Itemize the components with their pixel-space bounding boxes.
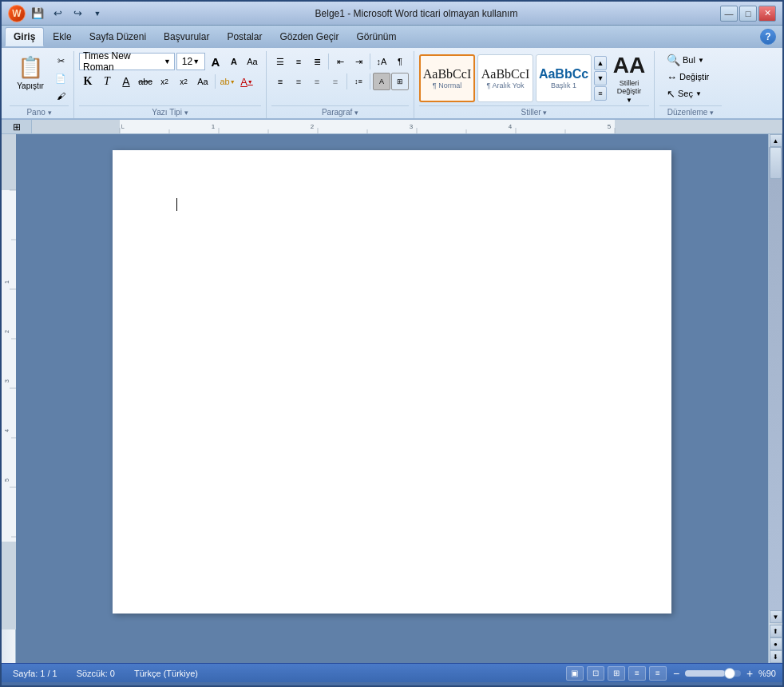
- styles-change-button[interactable]: AA StilleriDeğiştir ▼: [609, 54, 649, 102]
- highlight-button[interactable]: ab▼: [219, 73, 236, 90]
- replace-button[interactable]: ↔ Değiştir: [663, 69, 719, 84]
- styles-more-button[interactable]: ≡: [594, 86, 607, 101]
- scroll-page-down-button[interactable]: ⬇: [770, 650, 782, 663]
- decrease-indent-button[interactable]: ⇤: [331, 53, 349, 70]
- align-right-button[interactable]: ≡: [308, 73, 326, 90]
- scroll-thumb[interactable]: [770, 147, 782, 179]
- svg-text:5: 5: [608, 123, 612, 130]
- scroll-down-button[interactable]: ▼: [770, 610, 782, 623]
- web-layout-view-button[interactable]: ⊞: [608, 666, 625, 681]
- style-heading1-button[interactable]: AaBbCc Başlık 1: [536, 54, 592, 102]
- paste-label: Yapıştır: [17, 81, 44, 90]
- styles-scroll-down-button[interactable]: ▼: [594, 71, 607, 85]
- scroll-page-up-button[interactable]: ⬆: [770, 625, 782, 637]
- close-button[interactable]: ✕: [758, 6, 776, 22]
- menu-tab-gorunum[interactable]: Görünüm: [348, 27, 406, 46]
- svg-rect-20: [2, 134, 16, 190]
- style-normal-button[interactable]: AaBbCcI ¶ Normal: [419, 54, 475, 102]
- full-reading-view-button[interactable]: ⊡: [587, 666, 604, 681]
- pano-expand-icon[interactable]: ▾: [48, 109, 52, 117]
- underline-button[interactable]: A: [117, 73, 135, 90]
- menu-tab-basvurular[interactable]: Başvurular: [155, 27, 218, 46]
- align-center-button[interactable]: ≡: [290, 73, 307, 90]
- font-color-button[interactable]: A▼: [238, 73, 255, 90]
- pilcrow-button[interactable]: ¶: [391, 53, 409, 70]
- clear-format-button[interactable]: Aa: [244, 53, 261, 70]
- document-page[interactable]: [113, 150, 671, 614]
- font-size-input[interactable]: 12 ▼: [176, 53, 205, 70]
- numbered-list-button[interactable]: ≡: [290, 53, 307, 70]
- format-painter-button[interactable]: 🖌: [53, 88, 69, 104]
- text-cursor: [176, 198, 177, 211]
- font-size-dropdown-icon: ▼: [192, 58, 200, 66]
- ruler-corner[interactable]: ⊞: [2, 120, 32, 134]
- zoom-slider[interactable]: [685, 670, 741, 677]
- style-normal-text: AaBbCcI: [423, 67, 471, 81]
- border-button[interactable]: ⊞: [391, 73, 409, 90]
- language[interactable]: Türkçe (Türkiye): [129, 668, 203, 679]
- main-area: 1 2 3 4 5 ▲ ▼ ⬆ ● ⬇: [2, 134, 782, 663]
- font-name-input[interactable]: Times New Roman ▼: [79, 53, 175, 70]
- edit-expand-icon[interactable]: ▾: [710, 109, 714, 117]
- undo-button[interactable]: ↩: [49, 6, 66, 22]
- style-no-spacing-button[interactable]: AaBbCcI ¶ Aralık Yok: [477, 54, 533, 102]
- styles-expand-icon[interactable]: ▾: [543, 109, 547, 117]
- multilevel-list-button[interactable]: ≣: [308, 53, 326, 70]
- style-heading1-text: AaBbCc: [539, 67, 588, 81]
- align-left-button[interactable]: ≡: [271, 73, 289, 90]
- svg-text:5: 5: [4, 479, 10, 482]
- scroll-page-button[interactable]: ●: [770, 637, 782, 650]
- cut-button[interactable]: ✂: [53, 53, 69, 69]
- menu-tab-giris[interactable]: Giriş: [5, 27, 44, 46]
- para-row2: ≡ ≡ ≡ ≡ ↕≡ A ⊞: [271, 73, 409, 90]
- menu-tab-postalar[interactable]: Postalar: [218, 27, 271, 46]
- line-spacing-button[interactable]: ↕≡: [350, 73, 367, 90]
- word-count: Sözcük: 0: [72, 668, 120, 679]
- superscript-button[interactable]: x2: [175, 73, 192, 90]
- status-bar: Sayfa: 1 / 1 Sözcük: 0 Türkçe (Türkiye) …: [2, 663, 782, 682]
- font-expand-icon[interactable]: ▾: [184, 109, 188, 117]
- ribbon-group-font: Times New Roman ▼ 12 ▼ A A Aa K T A abc …: [74, 51, 267, 118]
- font-grow-button[interactable]: A: [207, 53, 224, 70]
- minimize-button[interactable]: —: [720, 6, 738, 22]
- menu-tab-ekle[interactable]: Ekle: [44, 27, 80, 46]
- print-layout-view-button[interactable]: ▣: [566, 666, 584, 681]
- svg-text:4: 4: [509, 123, 513, 130]
- outline-view-button[interactable]: ≡: [628, 666, 646, 681]
- styles-scroll-up-button[interactable]: ▲: [594, 56, 607, 70]
- italic-button[interactable]: T: [98, 73, 116, 90]
- zoom-out-button[interactable]: −: [670, 667, 683, 680]
- increase-indent-button[interactable]: ⇥: [350, 53, 367, 70]
- help-btn[interactable]: ?: [760, 29, 779, 45]
- copy-button[interactable]: 📄: [53, 70, 69, 86]
- draft-view-button[interactable]: ≡: [649, 666, 667, 681]
- change-case-button[interactable]: Aa: [194, 73, 212, 90]
- redo-button[interactable]: ↪: [69, 6, 86, 22]
- menu-tab-gozden-gecir[interactable]: Gözden Geçir: [271, 27, 347, 46]
- shading-button[interactable]: A: [373, 73, 390, 90]
- font-shrink-button[interactable]: A: [225, 53, 243, 70]
- zoom-in-button[interactable]: +: [743, 667, 756, 680]
- office-logo[interactable]: W: [8, 5, 26, 22]
- scroll-up-button[interactable]: ▲: [770, 134, 782, 147]
- scroll-track[interactable]: [769, 147, 782, 610]
- title-left: W 💾 ↩ ↪ ▼: [8, 5, 113, 22]
- menu-tab-sayfa-duzeni[interactable]: Sayfa Düzeni: [81, 27, 155, 46]
- sort-button[interactable]: ↕A: [373, 53, 390, 70]
- bold-button[interactable]: K: [79, 73, 97, 90]
- maximize-button[interactable]: □: [739, 6, 757, 22]
- justify-button[interactable]: ≡: [327, 73, 344, 90]
- save-button[interactable]: 💾: [29, 6, 46, 22]
- svg-text:1: 1: [4, 280, 10, 284]
- zoom-percent-label: %90: [758, 669, 776, 678]
- subscript-button[interactable]: x2: [156, 73, 173, 90]
- document-area[interactable]: [16, 134, 768, 663]
- find-button[interactable]: 🔍 Bul ▼: [663, 53, 719, 67]
- qa-dropdown-button[interactable]: ▼: [89, 6, 106, 22]
- bullet-list-button[interactable]: ☰: [271, 53, 289, 70]
- para-expand-icon[interactable]: ▾: [354, 109, 358, 117]
- strikethrough-button[interactable]: abc: [137, 73, 154, 90]
- select-button[interactable]: ↖ Seç ▼: [663, 86, 719, 101]
- yapistir-button[interactable]: 📋 Yapıştır: [10, 53, 51, 93]
- zoom-thumb[interactable]: [724, 668, 735, 679]
